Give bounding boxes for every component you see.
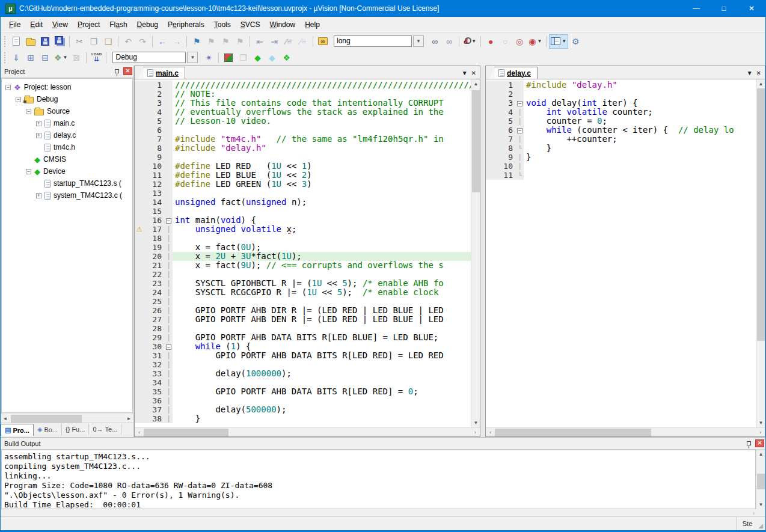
panel-tab-fu[interactable]: {}Fu... xyxy=(62,424,89,435)
fold-margin[interactable]: │ xyxy=(165,234,173,243)
chevron-down-icon[interactable]: ▼ xyxy=(413,35,424,47)
open-file-icon[interactable] xyxy=(23,34,38,49)
tab-delay-c[interactable]: delay.c xyxy=(494,67,538,79)
fold-margin[interactable]: └ xyxy=(516,144,524,153)
fold-margin[interactable] xyxy=(165,135,173,144)
scroll-left-icon[interactable]: ‹ xyxy=(486,428,495,437)
scroll-down-icon[interactable]: ▼ xyxy=(471,418,480,427)
chevron-down-icon[interactable]: ▼ xyxy=(471,38,476,44)
fold-margin[interactable]: │ xyxy=(165,270,173,279)
code-editor-main[interactable]: 1///////////////////////////////////////… xyxy=(135,79,471,427)
fold-margin[interactable]: │ xyxy=(165,252,173,261)
fold-margin[interactable]: │ xyxy=(165,288,173,297)
target-select-value[interactable]: Debug xyxy=(112,52,186,63)
fold-margin[interactable]: │ xyxy=(165,387,173,396)
chevron-down-icon[interactable]: ▼ xyxy=(63,55,68,60)
tab-main-c[interactable]: main.c xyxy=(143,67,185,79)
manage-rte-icon[interactable] xyxy=(221,50,236,65)
build-output-vscrollbar[interactable]: ▲ ▼ xyxy=(756,450,765,509)
scroll-left-icon[interactable]: ◄ xyxy=(1,414,10,423)
fold-margin[interactable] xyxy=(165,171,173,180)
menu-file[interactable]: File xyxy=(4,18,25,31)
close-button[interactable]: ✕ xyxy=(738,0,765,17)
fold-margin[interactable]: │ xyxy=(516,117,524,126)
tree-item-source[interactable]: −Source xyxy=(2,105,132,117)
tree-item-debug[interactable]: −Debug xyxy=(2,93,132,105)
target-select[interactable]: Debug▼ xyxy=(111,50,200,65)
main-hscrollbar[interactable]: ‹ › xyxy=(135,427,480,436)
tab-list-dropdown-icon[interactable]: ▼ xyxy=(462,70,471,79)
fold-margin[interactable]: │ xyxy=(165,315,173,324)
fold-margin[interactable]: │ xyxy=(165,414,173,423)
scroll-right-icon[interactable]: ► xyxy=(124,414,133,423)
menu-edit[interactable]: Edit xyxy=(25,18,47,31)
panel-tab-te[interactable]: 0→Te... xyxy=(89,424,121,435)
fold-margin[interactable] xyxy=(165,180,173,189)
tab-list-dropdown-icon[interactable]: ▼ xyxy=(747,70,756,79)
rebuild-all-icon[interactable]: ⊟ xyxy=(38,50,52,65)
menu-svcs[interactable]: SVCS xyxy=(236,18,265,31)
fold-margin[interactable]: │ xyxy=(165,279,173,288)
scroll-right-icon[interactable]: › xyxy=(471,428,480,437)
fold-margin[interactable] xyxy=(165,126,173,135)
menu-peripherals[interactable]: Peripherals xyxy=(163,18,209,31)
fold-margin[interactable]: │ xyxy=(165,351,173,360)
fold-margin[interactable]: │ xyxy=(165,243,173,252)
scroll-down-icon[interactable]: ▼ xyxy=(756,500,765,509)
fold-margin[interactable] xyxy=(165,189,173,198)
fold-margin[interactable]: │ xyxy=(516,162,524,171)
fold-margin[interactable] xyxy=(165,162,173,171)
chevron-down-icon[interactable]: ▼ xyxy=(187,52,198,63)
fold-margin[interactable]: │ xyxy=(165,360,173,369)
enable-disable-breakpoints-icon[interactable]: ◎ xyxy=(512,34,527,49)
fold-margin[interactable] xyxy=(165,144,173,153)
fold-margin[interactable]: └ xyxy=(516,171,524,180)
fold-margin[interactable] xyxy=(165,108,173,117)
menu-help[interactable]: Help xyxy=(300,18,325,31)
redo-icon[interactable]: ↷ xyxy=(135,34,150,49)
pin-icon[interactable] xyxy=(115,69,119,73)
fold-margin[interactable]: │ xyxy=(165,261,173,270)
manage-run-time-environment-icon[interactable]: ❖ xyxy=(279,50,293,65)
stop-build-icon[interactable]: ⊠ xyxy=(69,50,84,65)
translate-file-icon[interactable]: ⇓ xyxy=(9,50,23,65)
build-target-icon[interactable]: ⊞ xyxy=(23,50,38,65)
unindent-icon[interactable]: ⇤ xyxy=(253,34,267,49)
delay-hscrollbar[interactable]: ‹ › xyxy=(486,427,765,436)
tree-item-device[interactable]: −◆Device xyxy=(2,165,132,177)
project-panel-close-icon[interactable]: ✕ xyxy=(123,67,132,75)
scroll-up-icon[interactable]: ▲ xyxy=(471,79,480,88)
download-to-flash-icon[interactable]: LOAD⇊ xyxy=(89,50,103,65)
fold-margin[interactable]: │ xyxy=(516,108,524,117)
new-file-icon[interactable] xyxy=(9,34,23,49)
delay-vscrollbar[interactable]: ▲ ▼ xyxy=(756,79,765,427)
menu-flash[interactable]: Flash xyxy=(105,18,132,31)
fold-collapse-icon[interactable]: − xyxy=(516,126,524,135)
collapse-icon[interactable]: − xyxy=(26,109,31,114)
pack-installer-icon[interactable]: ◆ xyxy=(250,50,265,65)
find-in-files-2-icon[interactable]: ∞ xyxy=(427,34,442,49)
pin-icon[interactable] xyxy=(747,441,751,445)
chevron-down-icon[interactable]: ▼ xyxy=(537,38,542,44)
fold-margin[interactable] xyxy=(165,90,173,99)
fold-margin[interactable]: │ xyxy=(165,333,173,342)
scroll-up-icon[interactable]: ▲ xyxy=(756,450,765,459)
editor-splitter[interactable] xyxy=(480,66,485,437)
incremental-find-icon[interactable]: ∞ xyxy=(442,34,456,49)
navigate-forward-icon[interactable]: → xyxy=(170,34,184,49)
project-hscrollbar[interactable]: ◄ ► xyxy=(1,414,133,423)
expand-icon[interactable]: + xyxy=(36,121,41,126)
select-software-packs-icon[interactable]: ◆ xyxy=(265,50,279,65)
save-icon[interactable] xyxy=(38,34,52,49)
menu-view[interactable]: View xyxy=(47,18,73,31)
fold-margin[interactable]: │ xyxy=(165,378,173,387)
fold-margin[interactable] xyxy=(165,117,173,126)
configure-tools-icon[interactable]: ⚙ xyxy=(568,34,583,49)
fold-margin[interactable] xyxy=(165,198,173,207)
previous-bookmark-icon[interactable]: ⚑ xyxy=(204,34,218,49)
comment-selection-icon[interactable]: ∕≡ xyxy=(281,34,296,49)
fold-margin[interactable]: │ xyxy=(165,369,173,378)
maximize-button[interactable]: □ xyxy=(710,0,738,17)
fold-margin[interactable]: │ xyxy=(165,405,173,414)
insert-remove-breakpoint-icon[interactable]: ● xyxy=(483,34,498,49)
